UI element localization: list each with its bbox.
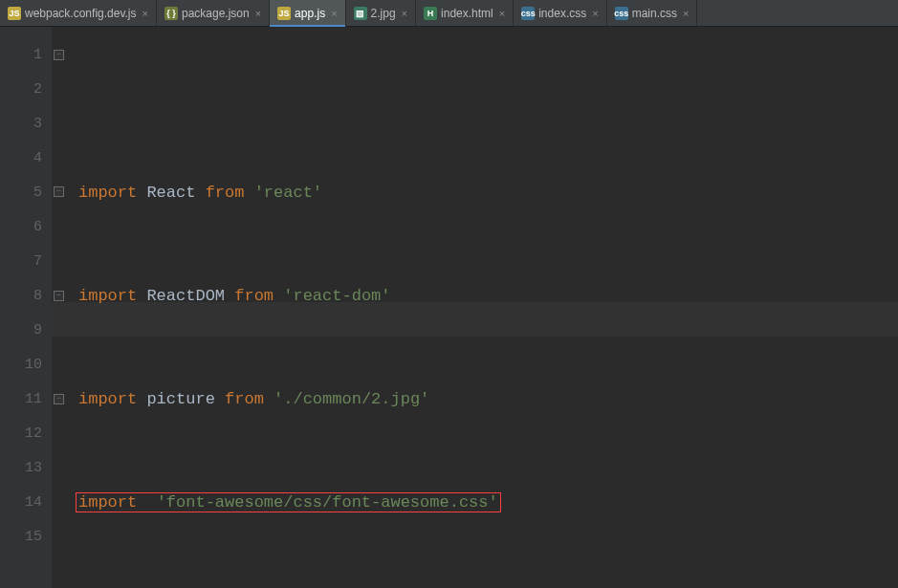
keyword-import: import — [78, 287, 137, 305]
identifier: ReactDOM — [146, 287, 225, 305]
line-number: 1 — [0, 38, 42, 73]
keyword-from: from — [234, 287, 274, 305]
keyword-from: from — [206, 184, 245, 202]
line-number: 4 — [0, 142, 42, 176]
tab-main-css[interactable]: cssmain.css× — [607, 0, 698, 26]
string-literal: 'react' — [254, 184, 322, 202]
js-file-icon: JS — [277, 7, 291, 20]
string-literal: 'react-dom' — [283, 287, 390, 305]
tab-package-json[interactable]: { }package.json× — [157, 0, 270, 26]
line-number: 12 — [0, 417, 42, 451]
tab-2-jpg[interactable]: ▧2.jpg× — [346, 0, 416, 26]
css-file-icon: css — [521, 7, 535, 20]
close-icon[interactable]: × — [681, 8, 689, 19]
line-number: 7 — [0, 245, 42, 279]
line-number: 15 — [0, 520, 42, 555]
keyword-import: import — [78, 493, 137, 512]
tab-label: index.html — [441, 7, 493, 20]
tab-app-js[interactable]: JSapp.js× — [270, 0, 345, 26]
html-file-icon: H — [424, 7, 437, 20]
tab-bar: JSwebpack.config.dev.js×{ }package.json×… — [0, 0, 898, 27]
line-number: 14 — [0, 486, 42, 520]
line-number: 11 — [0, 382, 42, 417]
keyword-import: import — [78, 390, 137, 408]
json-file-icon: { } — [164, 7, 178, 20]
line-number: 3 — [0, 107, 42, 142]
string-literal: './common/2.jpg' — [274, 390, 429, 408]
close-icon[interactable]: × — [400, 8, 407, 19]
close-icon[interactable]: × — [329, 8, 337, 19]
line-number: 13 — [0, 451, 42, 486]
close-icon[interactable]: × — [253, 8, 261, 19]
tab-label: index.css — [538, 7, 586, 20]
tab-webpack-config-dev-js[interactable]: JSwebpack.config.dev.js× — [0, 0, 157, 26]
tab-label: 2.jpg — [371, 7, 396, 20]
line-number: 6 — [0, 210, 42, 245]
tab-label: app.js — [295, 7, 325, 20]
keyword-from: from — [225, 390, 264, 408]
line-number: 2 — [0, 73, 42, 107]
line-number: 5 — [0, 176, 42, 210]
line-number: 10 — [0, 348, 42, 382]
css-file-icon: css — [615, 7, 628, 20]
editor-area: − − − − 123456789101112131415 import Rea… — [0, 27, 898, 588]
tab-label: webpack.config.dev.js — [25, 7, 137, 20]
close-icon[interactable]: × — [141, 8, 148, 19]
code-content[interactable]: import React from 'react' import ReactDO… — [52, 27, 898, 588]
js-file-icon: JS — [8, 7, 21, 20]
identifier: React — [146, 184, 195, 202]
line-number: 8 — [0, 279, 42, 314]
tab-label: main.css — [632, 7, 677, 20]
tab-index-css[interactable]: cssindex.css× — [514, 0, 606, 26]
tab-label: package.json — [182, 7, 250, 20]
highlight-error-box: import 'font-awesome/css/font-awesome.cs… — [76, 492, 501, 512]
line-number: 9 — [0, 314, 42, 348]
identifier: picture — [146, 390, 214, 408]
close-icon[interactable]: × — [497, 8, 505, 19]
keyword-import: import — [78, 184, 137, 202]
img-file-icon: ▧ — [354, 7, 367, 20]
tab-index-html[interactable]: Hindex.html× — [416, 0, 514, 26]
line-number-gutter: − − − − 123456789101112131415 — [0, 27, 52, 588]
string-literal: 'font-awesome/css/font-awesome.css' — [157, 493, 498, 512]
close-icon[interactable]: × — [590, 8, 598, 19]
